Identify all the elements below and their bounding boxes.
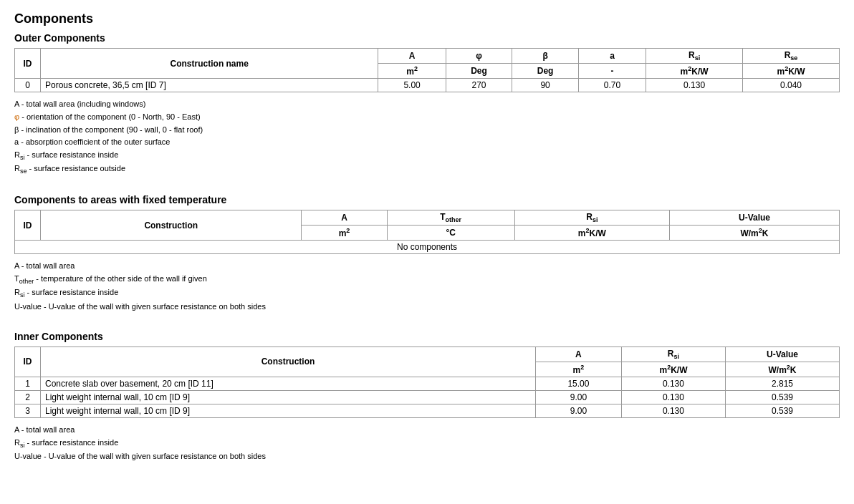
no-components-cell: No components [15, 241, 840, 254]
outer-row-phi: 270 [446, 79, 512, 92]
inner-row-construction: Concrete slab over basement, 20 cm [ID 1… [41, 377, 536, 391]
inner-col-Rsi-label: Rsi [621, 346, 725, 362]
fixed-col-Tother-label: Tother [387, 210, 514, 225]
outer-col-beta-label: β [512, 49, 579, 64]
outer-col-A-label: A [378, 49, 446, 64]
inner-row-Rsi: 0.130 [621, 391, 725, 404]
fixed-col-Rsi-unit: m2K/W [514, 226, 669, 241]
fixed-col-A-unit: m2 [302, 226, 387, 241]
outer-col-phi-unit: Deg [446, 64, 512, 79]
outer-row-beta: 90 [512, 79, 579, 92]
inner-row-id: 2 [15, 391, 41, 404]
outer-col-A-unit: m2 [378, 64, 446, 79]
outer-row-Rse: 0.040 [743, 79, 840, 92]
inner-components-notes: A - total wall area Rsi - surface resist… [14, 424, 840, 463]
inner-col-A-unit: m2 [535, 362, 621, 377]
inner-components-table: ID Construction A Rsi U-Value m2 m2K/W W… [14, 346, 840, 418]
inner-row-Rsi: 0.130 [621, 377, 725, 391]
inner-components-title: Inner Components [14, 331, 840, 342]
outer-row-id: 0 [15, 79, 41, 92]
inner-col-A-label: A [535, 346, 621, 362]
inner-col-UValue-label: U-Value [725, 346, 839, 362]
outer-col-beta-unit: Deg [512, 64, 579, 79]
inner-row-UValue: 2.815 [725, 377, 839, 391]
outer-col-phi-label: φ [446, 49, 512, 64]
inner-row-UValue: 0.539 [725, 404, 839, 418]
table-row: 2 Light weight internal wall, 10 cm [ID … [15, 391, 840, 404]
page-title: Components [14, 11, 840, 26]
outer-col-construction: Construction name [41, 49, 378, 79]
fixed-col-A-label: A [302, 210, 387, 225]
table-row: 3 Light weight internal wall, 10 cm [ID … [15, 404, 840, 418]
outer-row-A: 5.00 [378, 79, 446, 92]
outer-col-Rsi-label: Rsi [646, 49, 743, 64]
outer-components-title: Outer Components [14, 32, 840, 44]
outer-components-notes: A - total wall area (including windows) … [14, 98, 840, 177]
inner-row-Rsi: 0.130 [621, 404, 725, 418]
fixed-col-construction: Construction [41, 210, 302, 240]
outer-col-Rsi-unit: m2K/W [646, 64, 743, 79]
fixed-no-components-row: No components [15, 241, 840, 254]
inner-col-construction: Construction [41, 346, 536, 377]
fixed-temp-section: Components to areas with fixed temperatu… [14, 194, 840, 314]
inner-components-section: Inner Components ID Construction A Rsi U… [14, 331, 840, 463]
fixed-temp-notes: A - total wall area Tother - temperature… [14, 260, 840, 313]
outer-col-id: ID [15, 49, 41, 79]
outer-col-a-label: a [578, 49, 646, 64]
inner-row-id: 1 [15, 377, 41, 391]
fixed-col-id: ID [15, 210, 41, 240]
outer-col-a-unit: - [578, 64, 646, 79]
outer-row-construction: Porous concrete, 36,5 cm [ID 7] [41, 79, 378, 92]
outer-components-table: ID Construction name A φ β a Rsi Rse m2 … [14, 48, 840, 92]
inner-row-A: 9.00 [535, 391, 621, 404]
fixed-temp-table: ID Construction A Tother Rsi U-Value m2 … [14, 210, 840, 254]
fixed-col-Tother-unit: °C [387, 226, 514, 241]
outer-col-Rse-unit: m2K/W [743, 64, 840, 79]
fixed-col-UValue-label: U-Value [669, 210, 839, 225]
inner-row-id: 3 [15, 404, 41, 418]
outer-row-a: 0.70 [578, 79, 646, 92]
inner-row-construction: Light weight internal wall, 10 cm [ID 9] [41, 391, 536, 404]
fixed-col-UValue-unit: W/m2K [669, 226, 839, 241]
inner-col-id: ID [15, 346, 41, 377]
outer-row-Rsi: 0.130 [646, 79, 743, 92]
inner-row-A: 15.00 [535, 377, 621, 391]
table-row: 1 Concrete slab over basement, 20 cm [ID… [15, 377, 840, 391]
inner-row-UValue: 0.539 [725, 391, 839, 404]
inner-row-construction: Light weight internal wall, 10 cm [ID 9] [41, 404, 536, 418]
outer-col-Rse-label: Rse [743, 49, 840, 64]
fixed-col-Rsi-label: Rsi [514, 210, 669, 225]
fixed-temp-title: Components to areas with fixed temperatu… [14, 194, 840, 205]
inner-col-Rsi-unit: m2K/W [621, 362, 725, 377]
inner-row-A: 9.00 [535, 404, 621, 418]
outer-components-section: Outer Components ID Construction name A … [14, 32, 840, 177]
table-row: 0 Porous concrete, 36,5 cm [ID 7] 5.00 2… [15, 79, 840, 92]
inner-col-UValue-unit: W/m2K [725, 362, 839, 377]
